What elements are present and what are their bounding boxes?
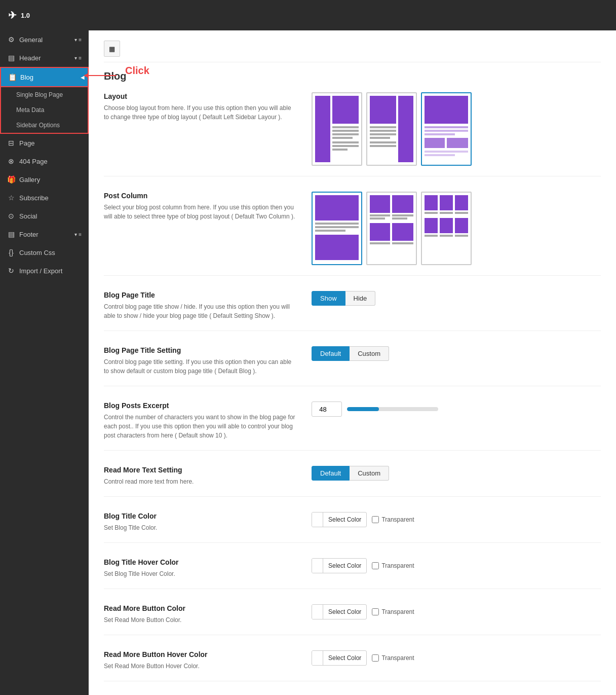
meta-data-label: Meta Data [16, 106, 44, 114]
read-more-btn-color-label-text: Select Color [323, 605, 366, 619]
blog-title-transparent-checkbox[interactable] [372, 516, 379, 523]
blog-arrow: ◀ [81, 75, 85, 80]
blog-title-color-section: Blog Title Color Set Blog Title Color. S… [104, 512, 601, 543]
grid-view-button[interactable]: ▦ [104, 41, 120, 57]
sidebar-item-social[interactable]: ⊙ Social [0, 207, 89, 225]
blog-page-title-section: Blog Page Title Control blog page title … [104, 291, 601, 331]
custom-button-readmore[interactable]: Custom [350, 466, 389, 481]
post-column-section-left: Post Column Select your blog post column… [104, 192, 296, 265]
post-column-title: Post Column [104, 192, 296, 200]
excerpt-slider-row [312, 401, 438, 417]
sidebar-item-custom-css[interactable]: {} Custom Css [0, 243, 89, 262]
read-more-btn-hover-color-left: Read More Button Hover Color Set Read Mo… [104, 650, 296, 671]
blog-page-title-setting-desc: Control blog page title setting. If you … [104, 357, 296, 376]
blog-title-hover-color-controls: Select Color Transparent [312, 558, 601, 578]
svg-rect-42 [392, 242, 413, 244]
single-blog-label: Single Blog Page [16, 91, 63, 98]
blog-page-title-desc: Control blog page title show / hide. If … [104, 302, 296, 320]
hide-button[interactable]: Hide [345, 291, 376, 306]
blog-posts-excerpt-desc: Control the number of characters you wan… [104, 413, 296, 440]
read-more-btn-transparent-checkbox[interactable] [372, 608, 379, 615]
excerpt-slider-track[interactable] [347, 407, 438, 411]
read-more-btn-hover-color-btn[interactable]: Select Color [312, 650, 367, 666]
svg-rect-26 [425, 154, 455, 156]
svg-rect-10 [332, 149, 348, 151]
show-button[interactable]: Show [312, 291, 345, 306]
sidebar-sub-sidebar-options[interactable]: Sidebar Options [1, 118, 88, 133]
blog-title-color-left: Blog Title Color Set Blog Title Color. [104, 512, 296, 532]
svg-rect-17 [370, 141, 396, 143]
general-arrow: ▾ ≡ [74, 37, 82, 43]
read-more-btn-color-swatch [312, 605, 323, 619]
layout-desc: Choose blog layout from here. If you use… [104, 103, 296, 122]
blog-title-hover-color-section: Blog Title Hover Color Set Blog Title Ho… [104, 558, 601, 589]
layout-option-1[interactable] [312, 92, 362, 166]
content-toolbar: ▦ [104, 41, 601, 62]
sidebar-item-subscribe[interactable]: ☆ Subscribe [0, 189, 89, 207]
read-more-btn-color-controls: Select Color Transparent [312, 604, 601, 625]
layout-option-2[interactable] [366, 92, 417, 166]
sidebar-sub-single-blog[interactable]: Single Blog Page [1, 87, 88, 102]
sidebar-item-page[interactable]: ⊟ Page [0, 134, 89, 152]
logo: ✈ 1.0 [8, 9, 30, 21]
default-button-title[interactable]: Default [312, 346, 350, 361]
read-more-text-label: Read More Text Setting [104, 466, 296, 474]
sidebar-item-header[interactable]: ▤ Header ▾ ≡ [0, 49, 89, 67]
read-more-btn-color-desc: Set Read More Button Color. [104, 615, 296, 625]
default-button-readmore[interactable]: Default [312, 466, 350, 481]
sidebar-item-page-label: Page [19, 139, 34, 147]
sidebar-item-blog[interactable]: 📋 Blog ◀ [0, 67, 89, 87]
layout-option-3[interactable] [421, 92, 472, 166]
blog-title-hover-color-btn[interactable]: Select Color [312, 558, 367, 573]
svg-rect-54 [455, 235, 468, 237]
read-more-btn-color-label: Read More Button Color [104, 604, 296, 612]
sidebar-item-gallery[interactable]: 🎁 Gallery [0, 170, 89, 189]
post-column-option-2[interactable] [366, 192, 417, 265]
blog-page-title-setting-label: Blog Page Title Setting [104, 346, 296, 354]
show-hide-toggle: Show Hide [312, 291, 375, 306]
blog-title-color-label-text: Select Color [323, 513, 366, 527]
blog-title-hover-transparent-checkbox[interactable] [372, 562, 379, 569]
read-more-btn-color-left: Read More Button Color Set Read More But… [104, 604, 296, 625]
blog-title-hover-transparent-text: Transparent [381, 562, 414, 569]
svg-rect-39 [370, 223, 390, 241]
blog-title-hover-transparent-label: Transparent [372, 562, 414, 569]
svg-rect-25 [425, 151, 468, 153]
post-column-option-3[interactable] [421, 192, 472, 265]
svg-rect-4 [332, 126, 359, 128]
topbar: ✈ 1.0 [0, 0, 616, 30]
blog-title-color-btn[interactable]: Select Color [312, 512, 367, 527]
sidebar-item-subscribe-label: Subscribe [19, 194, 49, 202]
blog-title-transparent-text: Transparent [381, 516, 414, 523]
read-more-btn-transparent-label: Transparent [372, 608, 414, 615]
sidebar-item-general[interactable]: ⚙ General ▾ ≡ [0, 30, 89, 49]
svg-rect-43 [425, 195, 438, 210]
excerpt-slider-fill [347, 407, 379, 411]
blog-title-color-swatch [312, 513, 323, 527]
sidebar-item-404[interactable]: ⊗ 404 Page [0, 152, 89, 170]
svg-rect-24 [447, 138, 468, 148]
sidebar-item-import-export[interactable]: ↻ Import / Export [0, 262, 89, 280]
sidebar-options-label: Sidebar Options [16, 122, 60, 129]
blog-page-title-label: Blog Page Title [104, 291, 296, 299]
svg-rect-52 [425, 235, 438, 237]
sidebar-item-footer[interactable]: ▤ Footer ▾ ≡ [0, 225, 89, 243]
blog-title-color-label: Blog Title Color [104, 512, 296, 520]
post-column-section: Post Column Select your blog post column… [104, 192, 601, 276]
blog-title-hover-color-row: Select Color Transparent [312, 558, 414, 573]
post-column-option-1[interactable] [312, 192, 362, 265]
read-more-btn-color-btn[interactable]: Select Color [312, 604, 367, 619]
sidebar-item-blog-label: Blog [20, 74, 33, 81]
custom-button-title[interactable]: Custom [350, 346, 389, 361]
excerpt-number-input[interactable] [312, 401, 342, 417]
blog-page-title-left: Blog Page Title Control blog page title … [104, 291, 296, 320]
read-more-btn-hover-transparent-checkbox[interactable] [372, 654, 379, 662]
svg-rect-27 [315, 195, 359, 221]
svg-rect-53 [440, 235, 453, 237]
read-more-btn-color-row: Select Color Transparent [312, 604, 414, 619]
read-more-btn-color-section: Read More Button Color Set Read More But… [104, 604, 601, 635]
svg-rect-16 [370, 137, 390, 139]
blog-title-hover-color-swatch [312, 559, 323, 573]
sidebar-sub-meta-data[interactable]: Meta Data [1, 102, 88, 118]
read-more-btn-hover-transparent-text: Transparent [381, 654, 414, 662]
